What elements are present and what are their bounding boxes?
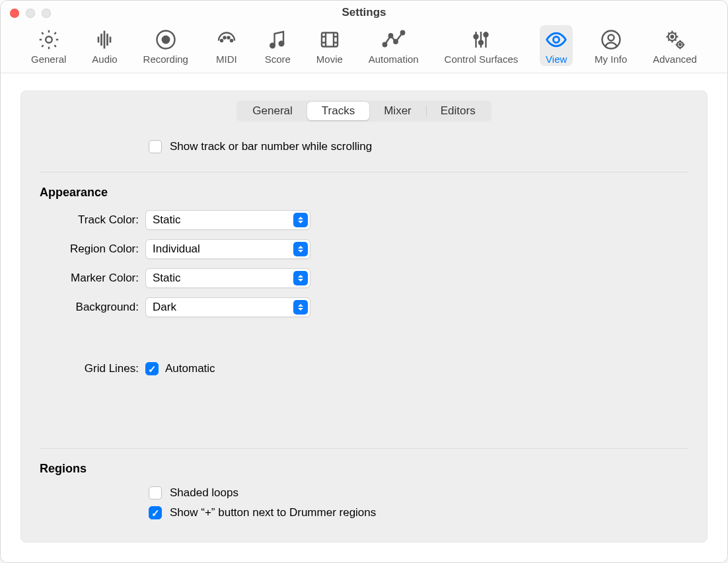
show-track-or-bar-row: Show track or bar number while scrolling: [149, 140, 707, 153]
svg-point-19: [608, 35, 614, 41]
toolbar-item-advanced[interactable]: Advanced: [649, 25, 701, 66]
region-color-select[interactable]: Individual: [145, 239, 310, 259]
svg-point-21: [671, 36, 673, 38]
svg-point-4: [223, 37, 225, 39]
close-window-button[interactable]: [10, 9, 19, 18]
gears-icon: [663, 28, 687, 52]
svg-point-13: [401, 31, 404, 34]
titlebar: Settings: [1, 1, 727, 24]
preferences-toolbar: General Audio Recording MIDI Score: [1, 24, 727, 73]
subtab-editors[interactable]: Editors: [426, 102, 490, 120]
svg-point-14: [474, 35, 478, 39]
regions-section-title: Regions: [40, 462, 707, 476]
marker-color-value: Static: [153, 272, 181, 285]
eye-icon: [544, 28, 568, 52]
track-color-row: Track Color: Static: [21, 210, 707, 230]
tracks-settings-panel: General Tracks Mixer Editors Show track …: [20, 91, 708, 543]
show-plus-drummer-label: Show “+” button next to Drummer regions: [170, 506, 376, 519]
region-color-row: Region Color: Individual: [21, 239, 707, 259]
svg-point-16: [484, 33, 488, 37]
svg-point-10: [383, 43, 386, 46]
marker-color-select[interactable]: Static: [145, 268, 310, 288]
subtab-mixer[interactable]: Mixer: [369, 102, 426, 120]
svg-point-12: [394, 40, 397, 43]
subtab-general[interactable]: General: [238, 102, 307, 120]
window-title: Settings: [1, 6, 727, 19]
svg-point-23: [679, 44, 681, 46]
toolbar-item-recording[interactable]: Recording: [139, 25, 192, 66]
grid-lines-row: Grid Lines: Automatic: [21, 362, 707, 375]
divider: [40, 448, 688, 449]
marker-color-label: Marker Color:: [21, 272, 145, 285]
grid-lines-label: Grid Lines:: [21, 362, 145, 375]
record-icon: [154, 28, 178, 52]
divider: [40, 172, 688, 172]
background-label: Background:: [21, 301, 145, 314]
zoom-window-button[interactable]: [42, 9, 51, 18]
chevron-updown-icon: [293, 300, 308, 315]
show-track-or-bar-label: Show track or bar number while scrolling: [170, 140, 372, 153]
toolbar-label: MIDI: [216, 54, 237, 65]
sliders-icon: [469, 28, 493, 52]
toolbar-label: Advanced: [653, 54, 697, 65]
svg-point-0: [46, 36, 52, 43]
toolbar-label: My Info: [595, 54, 627, 65]
window-controls: [10, 9, 51, 18]
grid-lines-checkbox[interactable]: [145, 362, 159, 375]
toolbar-label: Audio: [92, 54, 117, 65]
toolbar-item-movie[interactable]: Movie: [312, 25, 347, 66]
toolbar-item-my-info[interactable]: My Info: [591, 25, 631, 66]
music-note-icon: [266, 28, 289, 52]
toolbar-item-automation[interactable]: Automation: [365, 25, 423, 66]
grid-lines-checkbox-label: Automatic: [165, 362, 215, 375]
subtab-tracks[interactable]: Tracks: [307, 102, 369, 120]
waveform-icon: [92, 28, 116, 52]
toolbar-label: General: [31, 54, 66, 65]
svg-rect-9: [322, 33, 338, 47]
toolbar-item-score[interactable]: Score: [261, 25, 295, 66]
background-row: Background: Dark: [21, 297, 707, 317]
svg-point-17: [554, 37, 560, 43]
shaded-loops-checkbox[interactable]: [149, 486, 162, 500]
chevron-updown-icon: [293, 271, 308, 285]
region-color-label: Region Color:: [21, 243, 145, 256]
toolbar-label: Control Surfaces: [445, 54, 519, 65]
region-color-value: Individual: [153, 243, 200, 256]
toolbar-label: Automation: [369, 54, 419, 65]
film-icon: [318, 28, 342, 52]
gear-icon: [37, 28, 61, 52]
toolbar-item-general[interactable]: General: [27, 25, 70, 66]
chevron-updown-icon: [293, 242, 308, 256]
svg-point-3: [221, 40, 223, 42]
background-select[interactable]: Dark: [145, 297, 310, 317]
toolbar-label: Movie: [316, 54, 343, 65]
chevron-updown-icon: [293, 213, 308, 227]
automation-curve-icon: [382, 28, 406, 52]
svg-point-5: [227, 37, 229, 39]
marker-color-row: Marker Color: Static: [21, 268, 707, 288]
track-color-label: Track Color:: [21, 213, 145, 227]
toolbar-item-control-surfaces[interactable]: Control Surfaces: [441, 25, 523, 66]
toolbar-item-view[interactable]: View: [540, 25, 573, 66]
svg-point-7: [271, 44, 275, 48]
toolbar-label: Recording: [143, 54, 188, 65]
show-track-or-bar-checkbox[interactable]: [149, 140, 162, 153]
toolbar-item-midi[interactable]: MIDI: [210, 25, 243, 66]
svg-point-8: [279, 42, 284, 46]
svg-point-6: [231, 40, 233, 42]
toolbar-item-audio[interactable]: Audio: [88, 25, 121, 66]
toolbar-label: View: [546, 54, 567, 65]
midi-port-icon: [215, 28, 238, 52]
person-circle-icon: [599, 28, 623, 52]
show-plus-drummer-row: Show “+” button next to Drummer regions: [149, 506, 707, 519]
settings-window: Settings General Audio Recording MIDI: [0, 0, 728, 563]
svg-point-11: [389, 34, 392, 37]
svg-point-2: [163, 36, 170, 44]
content: General Tracks Mixer Editors Show track …: [1, 73, 727, 562]
minimize-window-button[interactable]: [26, 9, 35, 18]
show-plus-drummer-checkbox[interactable]: [149, 506, 162, 519]
subtab-control: General Tracks Mixer Editors: [21, 100, 707, 122]
shaded-loops-row: Shaded loops: [149, 486, 707, 500]
appearance-section-title: Appearance: [40, 186, 707, 200]
track-color-select[interactable]: Static: [145, 210, 310, 230]
